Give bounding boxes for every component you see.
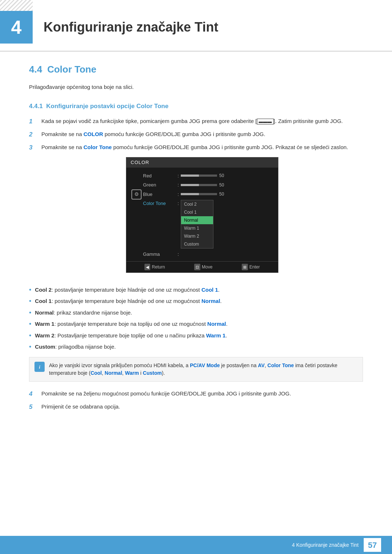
monitor-body: ⚙ Red : 50 <box>126 168 278 261</box>
bullet-cool1: • Cool 1: postavljanje temperature boje … <box>29 297 363 305</box>
monitor-settings-icon: ⚙ <box>131 189 142 200</box>
step-4: Pomaknite se na željenu mogućnost pomoću… <box>29 390 363 398</box>
step-2-content: Pomaknite se na COLOR pomoću funkcije GO… <box>41 130 363 139</box>
monitor-label-blue: Blue <box>143 191 176 198</box>
bullet-dot-icon: • <box>29 320 31 328</box>
return-icon: ◀ <box>144 264 150 271</box>
page-footer: 4 Konfiguriranje značajke Tint 57 <box>0 536 392 554</box>
section-description: Prilagođavanje općenitog tona boje na sl… <box>29 83 363 91</box>
section-number: 4.4 <box>29 62 42 77</box>
monitor-value-red: 50 <box>219 172 227 179</box>
step-3: Pomaknite se na Color Tone pomoću funkci… <box>29 143 363 280</box>
footer-page-number: 57 <box>364 538 381 552</box>
dropdown-warm2: Warm 2 <box>181 232 213 240</box>
section-title: 4.4 Color Tone <box>29 62 363 77</box>
monitor-slider-green: 50 <box>181 182 227 188</box>
monitor-row-green: Green : 50 <box>143 180 274 190</box>
monitor-row-blue: Blue : 50 <box>143 190 274 199</box>
step-3-bold: Color Tone <box>83 144 112 150</box>
bullet-warm2: • Warm 2: Postavljanje temperature boje … <box>29 332 363 340</box>
step-3-content: Pomaknite se na Color Tone pomoću funkci… <box>41 143 363 280</box>
monitor-label-colortone: Color Tone <box>143 200 176 207</box>
monitor-row-red: Red : 50 <box>143 171 274 181</box>
monitor-sidebar: ⚙ <box>130 171 143 259</box>
main-content: 4.4 Color Tone Prilagođavanje općenitog … <box>0 62 392 446</box>
subsection-name: Konfiguriranje postavki opcije Color Ton… <box>46 103 168 110</box>
monitor-row-gamma: Gamma : <box>143 250 274 259</box>
bullet-cool1-text: Cool 1: postavljanje temperature boje hl… <box>35 297 363 305</box>
step-5-content: Primijenit će se odabrana opcija. <box>41 403 363 411</box>
chapter-number: 4 <box>0 11 33 44</box>
monitor-label-green: Green <box>143 181 176 189</box>
page-header: 4 Konfiguriranje značajke Tint <box>0 0 392 52</box>
monitor-menu-title: COLOR <box>126 157 278 168</box>
bullet-dot-icon: • <box>29 286 31 294</box>
bullet-dot-icon: • <box>29 332 31 340</box>
step-1-content: Kada se pojavi vodič za funkcijske tipke… <box>41 117 363 126</box>
bullet-dot-icon: • <box>29 297 31 305</box>
svg-text:i: i <box>39 364 40 370</box>
monitor-value-green: 50 <box>219 182 227 188</box>
bullet-dot-icon: • <box>29 309 31 317</box>
subsection-title: 4.4.1 Konfiguriranje postavki opcije Col… <box>29 102 363 111</box>
dropdown-custom: Custom <box>181 240 213 248</box>
step-2-bold: COLOR <box>83 131 103 137</box>
step-5: Primijenit će se odabrana opcija. <box>29 403 363 411</box>
bullet-warm1-text: Warm 1: postavljanje temperature boje na… <box>35 320 363 328</box>
bullet-normal: • Normal: prikaz standardne nijanse boje… <box>29 309 363 317</box>
bullet-cool2: • Cool 2: postavljanje temperature boje … <box>29 286 363 294</box>
step-2: Pomaknite se na COLOR pomoću funkcije GO… <box>29 130 363 139</box>
monitor-menu-rows: Red : 50 Green : <box>143 171 274 259</box>
dropdown-warm1: Warm 1 <box>181 224 213 232</box>
bullet-custom: • Custom: prilagodba nijanse boje. <box>29 343 363 351</box>
monitor-footer: ◀ Return ⊡ Move ⊞ Enter <box>126 261 278 273</box>
dropdown-cool1: Cool 1 <box>181 208 213 216</box>
dropdown-cool2: Cool 2 <box>181 200 213 208</box>
note-text: Ako je vanjski izvor signala priključen … <box>49 362 358 377</box>
steps-list-continued: Pomaknite se na željenu mogućnost pomoću… <box>29 390 363 411</box>
header-decoration <box>0 0 33 11</box>
monitor-btn-move: ⊡ Move <box>194 264 212 271</box>
section-name: Color Tone <box>47 62 96 77</box>
subsection-number: 4.4.1 <box>29 103 43 110</box>
monitor-screenshot: COLOR ⚙ Red : 50 <box>126 157 278 273</box>
bullet-warm1: • Warm 1: postavljanje temperature boje … <box>29 320 363 328</box>
monitor-slider-blue: 50 <box>181 191 227 197</box>
move-label: Move <box>202 264 212 270</box>
monitor-label-red: Red <box>143 172 176 180</box>
dropdown-normal: Normal <box>181 216 213 224</box>
step-4-content: Pomaknite se na željenu mogućnost pomoću… <box>41 390 363 398</box>
bullet-normal-text: Normal: prikaz standardne nijanse boje. <box>35 309 363 317</box>
monitor-btn-return: ◀ Return <box>144 264 165 271</box>
monitor-dropdown-colortone: Cool 2 Cool 1 Normal Warm 1 Warm 2 Custo… <box>181 200 213 249</box>
step-1: Kada se pojavi vodič za funkcijske tipke… <box>29 117 363 126</box>
footer-chapter-text: 4 Konfiguriranje značajke Tint <box>292 541 359 549</box>
steps-list: Kada se pojavi vodič za funkcijske tipke… <box>29 117 363 280</box>
chapter-title: Konfiguriranje značajke Tint <box>44 17 218 37</box>
monitor-btn-enter: ⊞ Enter <box>242 264 260 271</box>
monitor-label-gamma: Gamma <box>143 251 176 258</box>
bullet-dot-icon: • <box>29 343 31 351</box>
enter-label: Enter <box>249 264 260 270</box>
note-icon: i <box>34 362 45 372</box>
options-list: • Cool 2: postavljanje temperature boje … <box>29 286 363 351</box>
bullet-custom-text: Custom: prilagodba nijanse boje. <box>35 343 363 351</box>
monitor-row-colortone: Color Tone : Cool 2 Cool 1 Normal Warm 1… <box>143 199 274 250</box>
monitor-value-blue: 50 <box>219 191 227 197</box>
move-icon: ⊡ <box>194 264 200 271</box>
bullet-warm2-text: Warm 2: Postavljanje temperature boje to… <box>35 332 363 340</box>
note-box: i Ako je vanjski izvor signala priključe… <box>29 357 363 382</box>
bullet-cool2-text: Cool 2: postavljanje temperature boje hl… <box>35 286 363 294</box>
monitor-slider-red: 50 <box>181 172 227 179</box>
return-label: Return <box>152 264 165 270</box>
enter-icon: ⊞ <box>242 264 248 271</box>
